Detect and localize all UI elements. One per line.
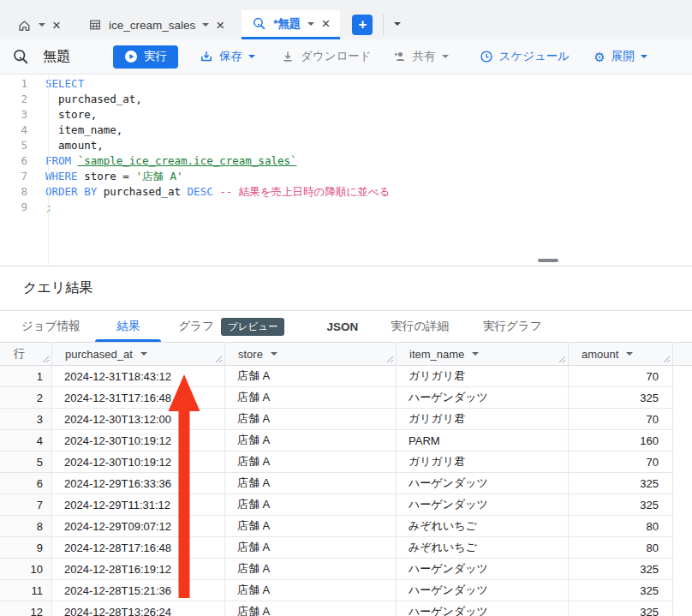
chevron-down-icon[interactable] bbox=[202, 23, 209, 27]
column-header-store[interactable]: store bbox=[225, 343, 397, 365]
code-line[interactable]: 6FROM `sample_ice_cream.ice_cream_sales` bbox=[0, 153, 692, 169]
column-header-row-number: 行 bbox=[0, 343, 52, 365]
column-menu-icon[interactable] bbox=[472, 352, 479, 356]
line-number: 6 bbox=[0, 153, 38, 169]
table-row[interactable]: 122024-12-28T13:26:24店舗 Aハーゲンダッツ325 bbox=[0, 601, 673, 616]
gutter-divider bbox=[48, 75, 49, 266]
line-number: 9 bbox=[0, 200, 38, 215]
column-resize-handle[interactable] bbox=[386, 356, 394, 363]
table-row[interactable]: 62024-12-29T16:33:36店舗 Aハーゲンダッツ325 bbox=[0, 473, 673, 494]
table-row[interactable]: 42024-12-30T10:19:12店舗 APARM160 bbox=[0, 430, 673, 452]
table-row[interactable]: 32024-12-30T13:12:00店舗 Aガリガリ君70 bbox=[0, 409, 673, 430]
table-cell: 70 bbox=[569, 409, 673, 429]
table-row[interactable]: 72024-12-29T11:31:12店舗 Aハーゲンダッツ325 bbox=[0, 494, 673, 516]
tab-json[interactable]: JSON bbox=[326, 311, 358, 342]
code-line[interactable]: 5 amount, bbox=[0, 138, 692, 153]
table-row[interactable]: 22024-12-31T17:16:48店舗 Aハーゲンダッツ325 bbox=[0, 387, 673, 409]
table-row[interactable]: 52024-12-30T10:19:12店舗 Aガリガリ君70 bbox=[0, 452, 673, 473]
row-number-cell: 2 bbox=[0, 387, 52, 408]
row-number-cell: 5 bbox=[0, 452, 52, 472]
close-icon[interactable]: × bbox=[321, 16, 330, 31]
table-row[interactable]: 92024-12-28T17:16:48店舗 Aみぞれいちご80 bbox=[0, 537, 673, 559]
column-header-purchased-at[interactable]: purchased_at bbox=[52, 343, 225, 365]
table-cell: 2024-12-28T17:16:48 bbox=[52, 537, 225, 558]
table-cell: みぞれいちご bbox=[397, 516, 569, 536]
close-icon[interactable]: × bbox=[52, 18, 61, 33]
download-label: ダウンロード bbox=[301, 49, 372, 64]
table-row[interactable]: 82024-12-29T09:07:12店舗 Aみぞれいちご80 bbox=[0, 516, 673, 537]
download-button[interactable]: ダウンロード bbox=[281, 49, 372, 64]
code-line[interactable]: 2 purchased_at, bbox=[0, 92, 692, 107]
column-resize-handle[interactable] bbox=[558, 356, 566, 363]
tab-execution-graph[interactable]: 実行グラフ bbox=[483, 311, 541, 342]
chevron-down-icon[interactable] bbox=[307, 22, 314, 26]
table-cell: 2024-12-31T18:43:12 bbox=[52, 366, 225, 386]
column-label: 行 bbox=[14, 346, 25, 362]
column-menu-icon[interactable] bbox=[626, 352, 633, 356]
table-cell: 325 bbox=[569, 387, 673, 408]
column-label: purchased_at bbox=[65, 348, 133, 361]
new-tab-button[interactable]: + bbox=[352, 15, 373, 35]
row-number-cell: 9 bbox=[0, 537, 52, 558]
column-resize-handle[interactable] bbox=[42, 356, 50, 363]
run-button[interactable]: 実行 bbox=[113, 45, 178, 69]
sql-editor-lines: 1SELECT2 purchased_at,3 store,4 item_nam… bbox=[0, 76, 692, 215]
close-icon[interactable]: × bbox=[216, 18, 224, 33]
column-resize-handle[interactable] bbox=[215, 356, 223, 363]
tab-execution-details[interactable]: 実行の詳細 bbox=[391, 311, 449, 342]
code-line[interactable]: 9; bbox=[0, 200, 692, 215]
code-text: SELECT bbox=[38, 76, 84, 92]
table-cell: 325 bbox=[569, 580, 673, 601]
line-number: 3 bbox=[0, 107, 38, 123]
table-cell: 2024-12-28T15:21:36 bbox=[52, 580, 225, 601]
code-text: item_name, bbox=[38, 123, 122, 138]
column-menu-icon[interactable] bbox=[140, 352, 147, 356]
share-button[interactable]: 共有 bbox=[392, 49, 449, 64]
code-line[interactable]: 4 item_name, bbox=[0, 123, 692, 138]
tab-overflow-menu-icon[interactable] bbox=[394, 22, 401, 26]
save-label: 保存 bbox=[219, 49, 242, 64]
table-cell: ハーゲンダッツ bbox=[397, 559, 569, 579]
table-cell: 2024-12-31T17:16:48 bbox=[52, 387, 225, 408]
table-cell: 店舗 A bbox=[225, 494, 397, 515]
tab-label: 実行の詳細 bbox=[391, 319, 449, 334]
expand-button[interactable]: ⚙ 展開 bbox=[594, 49, 647, 64]
column-header-item-name[interactable]: item_name bbox=[397, 343, 569, 365]
table-row[interactable]: 12024-12-31T18:43:12店舗 Aガリガリ君70 bbox=[0, 366, 673, 387]
tab-label: ジョブ情報 bbox=[21, 319, 80, 334]
tab-chart[interactable]: グラフ プレビュー bbox=[178, 311, 284, 342]
results-header: クエリ結果 bbox=[0, 266, 692, 311]
column-label: store bbox=[238, 348, 263, 361]
table-cell: 70 bbox=[569, 452, 673, 472]
code-line[interactable]: 1SELECT bbox=[0, 76, 692, 92]
code-text: purchased_at, bbox=[38, 92, 142, 107]
code-text: FROM `sample_ice_cream.ice_cream_sales` bbox=[38, 153, 297, 169]
code-line[interactable]: 7WHERE store = '店舗 A' bbox=[0, 169, 692, 184]
table-row[interactable]: 102024-12-28T16:19:12店舗 Aハーゲンダッツ325 bbox=[0, 559, 673, 580]
splitter-drag-handle[interactable] bbox=[538, 259, 558, 262]
tab-untitled-query[interactable]: *無題 × bbox=[242, 10, 340, 39]
column-menu-icon[interactable] bbox=[271, 352, 277, 356]
save-button[interactable]: 保存 bbox=[200, 49, 255, 64]
code-line[interactable]: 8ORDER BY purchased_at DESC -- 結果を売上日時の降… bbox=[0, 184, 692, 200]
chevron-down-icon[interactable] bbox=[39, 23, 45, 27]
tab-results[interactable]: 結果 bbox=[116, 311, 140, 342]
code-line[interactable]: 3 store, bbox=[0, 107, 692, 123]
table-cell: 80 bbox=[569, 537, 673, 558]
tab-job-info[interactable]: ジョブ情報 bbox=[21, 311, 80, 342]
schedule-button[interactable]: スケジュール bbox=[480, 49, 570, 64]
sql-editor[interactable]: 1SELECT2 purchased_at,3 store,4 item_nam… bbox=[0, 75, 692, 266]
tab-home[interactable]: × bbox=[7, 10, 71, 39]
table-row[interactable]: 112024-12-28T15:21:36店舗 Aハーゲンダッツ325 bbox=[0, 580, 673, 601]
chevron-down-icon bbox=[442, 55, 449, 58]
expand-label: 展開 bbox=[611, 49, 635, 64]
tab-label: 結果 bbox=[116, 319, 140, 334]
tab-ice-cream-sales[interactable]: ice_cream_sales × bbox=[78, 10, 235, 39]
column-header-amount[interactable]: amount bbox=[569, 343, 673, 365]
table-cell: 店舗 A bbox=[225, 452, 397, 472]
schedule-label: スケジュール bbox=[499, 49, 570, 64]
clock-icon bbox=[480, 50, 493, 63]
table-cell: PARM bbox=[397, 430, 569, 451]
line-number: 5 bbox=[0, 138, 38, 153]
column-resize-handle[interactable] bbox=[663, 356, 671, 363]
